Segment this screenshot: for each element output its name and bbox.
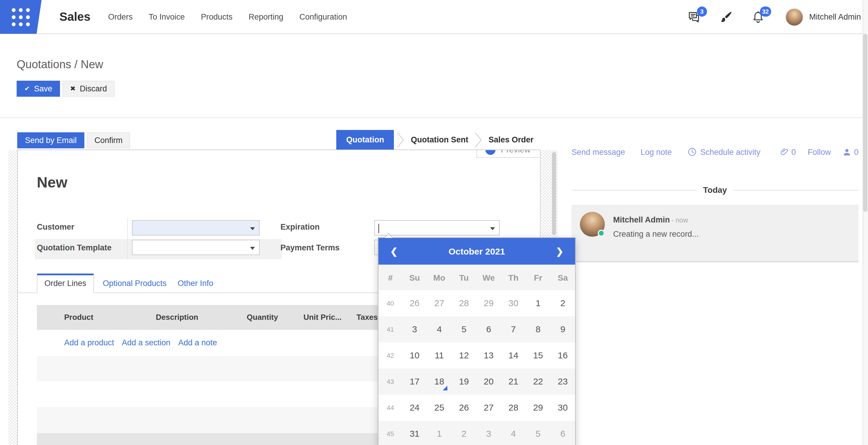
calendar-day[interactable]: 18 [427,369,452,395]
calendar-day[interactable]: 4 [501,421,526,445]
schedule-activity-button[interactable]: Schedule activity [687,147,761,157]
calendar-day[interactable]: 20 [476,369,501,395]
record-actions: ✔ Save ✖ Discard [17,81,115,97]
calendar-day[interactable]: 31 [402,421,427,445]
text-cursor [378,224,379,233]
stage-quotation-sent[interactable]: Quotation Sent [407,135,472,144]
page-divider [0,117,868,118]
add-a-note-link[interactable]: Add a note [178,330,217,356]
calendar-day[interactable]: 1 [526,290,551,316]
customer-field[interactable] [132,220,260,236]
form-scrollbar-thumb[interactable] [552,152,556,235]
calendar-day[interactable]: 28 [452,290,476,316]
calendar-day[interactable]: 19 [452,369,476,395]
quotation-template-label: Quotation Template [37,243,112,252]
log-note-button[interactable]: Log note [641,147,672,156]
menu-products[interactable]: Products [201,12,232,21]
calendar-day[interactable]: 3 [476,421,501,445]
top-navbar: Sales Orders To Invoice Products Reporti… [0,0,868,34]
calendar-day[interactable]: 9 [551,316,575,342]
calendar-day[interactable]: 25 [427,395,452,421]
calendar-day[interactable]: 27 [476,395,501,421]
attachments-button[interactable]: 0 [779,147,796,157]
app-name[interactable]: Sales [59,0,91,34]
expiration-field[interactable] [374,220,500,236]
breadcrumb: Quotations / New [17,58,103,71]
breadcrumb-current: New [81,58,103,71]
menu-configuration[interactable]: Configuration [300,12,347,21]
calendar-day[interactable]: 26 [452,395,476,421]
notifications-button[interactable]: 32 [751,10,765,24]
calendar-day[interactable]: 14 [501,342,526,369]
calendar-day[interactable]: 2 [551,290,575,316]
calendar-day[interactable]: 10 [402,342,427,369]
calendar-day[interactable]: 5 [526,421,551,445]
stage-quotation[interactable]: Quotation [336,130,394,149]
next-month-button[interactable]: ❯ [554,246,566,256]
calendar-day[interactable]: 7 [501,316,526,342]
messages-button[interactable]: 3 [687,10,701,24]
calendar-day[interactable]: 26 [402,290,427,316]
menu-to-invoice[interactable]: To Invoice [149,12,185,21]
tab-other-info[interactable]: Other Info [178,274,213,293]
discard-button[interactable]: ✖ Discard [62,81,115,97]
calendar-day[interactable]: 2 [452,421,476,445]
calendar-week-row: 4317181920212223 [378,369,575,395]
calendar-day[interactable]: 22 [526,369,551,395]
menu-reporting[interactable]: Reporting [249,12,283,21]
calendar-week-row: 4424252627282930 [378,395,575,421]
tab-order-lines[interactable]: Order Lines [37,274,94,293]
preview-button[interactable]: Preview [476,150,540,158]
preview-label: Preview [501,150,531,154]
calendar-day[interactable]: 6 [551,421,575,445]
follow-button[interactable]: Follow [808,147,831,156]
prev-month-button[interactable]: ❮ [388,246,400,256]
chevron-down-icon [250,227,255,230]
menu-orders[interactable]: Orders [108,12,133,21]
stage-sales-order[interactable]: Sales Order [485,135,537,144]
apps-menu-button[interactable] [0,0,41,34]
calendar-day[interactable]: 15 [526,342,551,369]
calendar-day[interactable]: 11 [427,342,452,369]
paperclip-icon [779,147,789,157]
calendar-day[interactable]: 6 [476,316,501,342]
calendar-day[interactable]: 3 [402,316,427,342]
tab-optional-products[interactable]: Optional Products [103,274,167,293]
calendar-day[interactable]: 5 [452,316,476,342]
calendar-day[interactable]: 17 [402,369,427,395]
calendar-day[interactable]: 1 [427,421,452,445]
calendar-day[interactable]: 23 [551,369,575,395]
calendar-day[interactable]: 27 [427,290,452,316]
followers-button[interactable]: 0 [843,147,859,156]
calendar-day[interactable]: 8 [526,316,551,342]
paintbrush-icon [719,10,733,24]
user-name[interactable]: Mitchell Admin [809,12,861,21]
calendar-day[interactable]: 29 [476,290,501,316]
save-button[interactable]: ✔ Save [17,81,60,97]
user-avatar[interactable] [785,8,803,26]
calendar-day[interactable]: 28 [501,395,526,421]
calendar-day[interactable]: 13 [476,342,501,369]
page-scrollbar-thumb[interactable] [863,34,867,212]
calendar-day[interactable]: 30 [501,290,526,316]
calendar-day[interactable]: 12 [452,342,476,369]
field-group-separator [127,218,128,259]
calendar-day[interactable]: 16 [551,342,575,369]
add-a-section-link[interactable]: Add a section [122,330,170,356]
quotation-template-field[interactable] [132,240,260,255]
confirm-button[interactable]: Confirm [87,132,130,148]
calendar-day[interactable]: 29 [526,395,551,421]
calendar-week-row: 4210111213141516 [378,342,575,369]
theme-brush-button[interactable] [719,10,733,24]
datepicker-month-title[interactable]: October 2021 [448,246,505,256]
breadcrumb-parent[interactable]: Quotations [17,58,71,71]
add-a-product-link[interactable]: Add a product [64,330,114,356]
calendar-day[interactable]: 4 [427,316,452,342]
calendar-day[interactable]: 30 [551,395,575,421]
statusbar: Send by Email Confirm Quotation Quotatio… [17,124,540,150]
calendar-day[interactable]: 24 [402,395,427,421]
calendar-day[interactable]: 21 [501,369,526,395]
send-by-email-button[interactable]: Send by Email [17,132,84,148]
calendar-week-number: 44 [378,404,402,411]
send-message-button[interactable]: Send message [571,147,625,156]
